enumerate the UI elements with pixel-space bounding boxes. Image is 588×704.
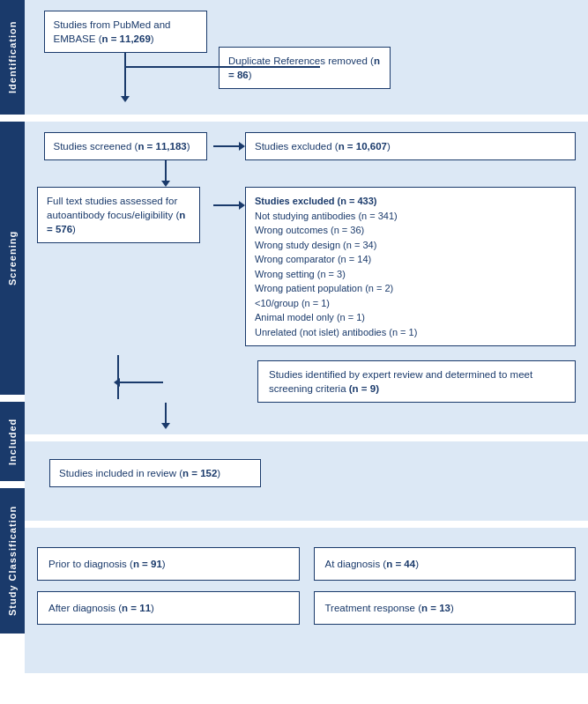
exclusion-item-6: Wrong patient population (n = 2)	[255, 281, 566, 296]
exclusion-item-1: Not studying antibodies (n = 341)	[255, 209, 566, 224]
at-diagnosis-text: At diagnosis (n = 44)	[325, 559, 419, 569]
study-classification-label: Study Classification	[0, 488, 25, 634]
main-content: Studies from PubMed and EMBASE (n = 11,2…	[25, 0, 588, 704]
exclusion-item-9: Unrelated (not islet) antibodies (n = 1)	[255, 325, 566, 340]
included-section: Studies included in review (n = 152)	[25, 441, 588, 521]
exclusion-items: Not studying antibodies (n = 341) Wrong …	[255, 209, 566, 340]
after-diagnosis-text: After diagnosis (n = 11)	[48, 603, 154, 613]
study-class-row-1: Prior to diagnosis (n = 91) At diagnosis…	[37, 547, 576, 581]
treatment-response-box: Treatment response (n = 13)	[314, 591, 577, 625]
study-class-content: Prior to diagnosis (n = 91) At diagnosis…	[37, 538, 576, 625]
screening-label: Screening	[0, 122, 25, 395]
exclusion-item-2: Wrong outcomes (n = 36)	[255, 223, 566, 238]
prisma-diagram: Identification Screening Included Study …	[0, 0, 588, 704]
prior-diagnosis-text: Prior to diagnosis (n = 91)	[48, 559, 166, 569]
exclusion-item-5: Wrong setting (n = 3)	[255, 267, 566, 282]
screened-text: Studies screened (n = 11,183)	[54, 141, 190, 152]
pubmed-embase-box: Studies from PubMed and EMBASE (n = 11,2…	[44, 11, 207, 53]
identification-label: Identification	[0, 0, 25, 115]
treatment-response-text: Treatment response (n = 13)	[325, 603, 454, 613]
side-labels: Identification Screening Included Study …	[0, 0, 25, 704]
pubmed-text: Studies from PubMed and EMBASE (n = 11,2…	[54, 19, 171, 44]
at-diagnosis-box: At diagnosis (n = 44)	[314, 547, 577, 581]
exclusion-item-7: <10/group (n = 1)	[255, 296, 566, 311]
studies-included-box: Studies included in review (n = 152)	[49, 459, 261, 487]
expert-review-box: Studies identified by expert review and …	[257, 360, 576, 403]
studies-excluded-screened-box: Studies excluded (n = 10,607)	[245, 132, 576, 160]
exclusion-header: Studies excluded (n = 433)	[255, 194, 566, 209]
excluded-screened-text: Studies excluded (n = 10,607)	[255, 141, 391, 152]
screening-section: Studies screened (n = 11,183) Studies ex…	[25, 122, 588, 434]
prior-to-diagnosis-box: Prior to diagnosis (n = 91)	[37, 547, 300, 581]
study-classification-section: Prior to diagnosis (n = 91) At diagnosis…	[25, 528, 588, 673]
full-text-box: Full text studies assessed for autoantib…	[37, 187, 200, 243]
screening-content: Studies screened (n = 11,183) Studies ex…	[37, 132, 576, 424]
after-diagnosis-box: After diagnosis (n = 11)	[37, 591, 300, 625]
studies-excluded-full-box: Studies excluded (n = 433) Not studying …	[245, 187, 576, 346]
identification-section: Studies from PubMed and EMBASE (n = 11,2…	[25, 0, 588, 115]
studies-screened-box: Studies screened (n = 11,183)	[44, 132, 207, 160]
exclusion-item-4: Wrong comparator (n = 14)	[255, 252, 566, 267]
included-label: Included	[0, 402, 25, 481]
expert-review-text: Studies identified by expert review and …	[269, 369, 532, 394]
exclusion-item-8: Animal model only (n = 1)	[255, 310, 566, 325]
study-class-row-2: After diagnosis (n = 11) Treatment respo…	[37, 591, 576, 625]
exclusion-item-3: Wrong study design (n = 34)	[255, 238, 566, 253]
included-text: Studies included in review (n = 152)	[59, 468, 220, 478]
full-text-text: Full text studies assessed for autoantib…	[47, 196, 185, 234]
